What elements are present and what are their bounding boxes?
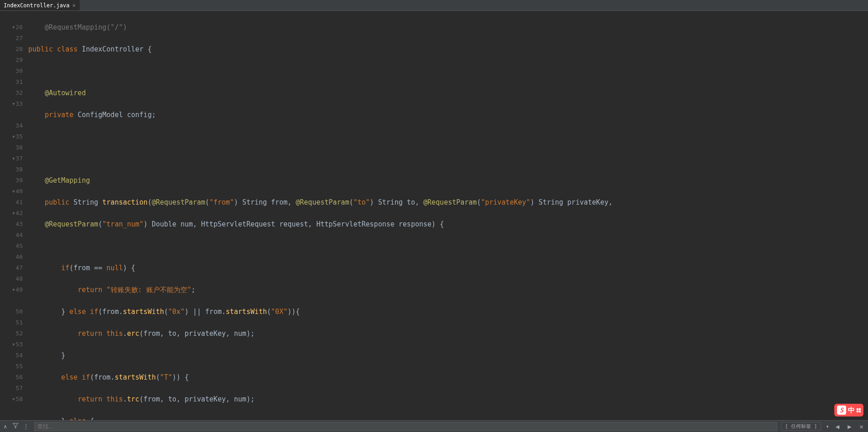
code-editor[interactable]: ▼26 27 28 29 30 31 32 ▼33 34 ▼35 36 ▼37 … xyxy=(0,11,868,420)
tab-indexcontroller[interactable]: IndexController.java × xyxy=(0,0,80,10)
code-line: public String transaction(@RequestParam(… xyxy=(28,197,868,208)
code-line: @Autowired xyxy=(28,87,868,98)
code-line: @RequestParam("tran_num") Double num, Ht… xyxy=(28,219,868,230)
ime-logo-icon: S xyxy=(837,406,846,415)
code-line: } else if(from.startsWith("0x") || from.… xyxy=(28,306,868,317)
close-icon[interactable]: ✕ xyxy=(858,423,865,430)
prev-icon[interactable]: ◀ xyxy=(834,423,841,430)
code-line: return this.erc(from, to, privateKey, nu… xyxy=(28,328,868,339)
code-line: private ConfigModel config; xyxy=(28,109,868,120)
code-line xyxy=(28,131,868,142)
ime-mode-label: 中 xyxy=(848,406,855,415)
code-line: } xyxy=(28,350,868,361)
next-icon[interactable]: ▶ xyxy=(846,423,853,430)
options-icon[interactable]: ⋮ xyxy=(23,423,29,430)
code-line xyxy=(28,66,868,77)
tab-label: IndexController.java xyxy=(4,2,70,9)
code-line: @RequestMapping("/") xyxy=(28,22,868,33)
code-line: if(from == null) { xyxy=(28,262,868,273)
code-area[interactable]: @RequestMapping("/") public class IndexC… xyxy=(26,11,868,420)
code-line: @GetMapping xyxy=(28,175,868,186)
dropdown-icon[interactable]: ▾ xyxy=(826,423,829,430)
ime-indicator[interactable]: S 中 xyxy=(834,404,863,417)
code-line: return this.trc(from, to, privateKey, nu… xyxy=(28,394,868,405)
status-bar: ∧ ⋮ [ 任何标签 ] ▾ ◀ ▶ ✕ xyxy=(0,420,868,432)
code-line: else if(from.startsWith("T")) { xyxy=(28,372,868,383)
search-input[interactable] xyxy=(34,422,777,431)
code-line xyxy=(28,153,868,164)
tag-filter[interactable]: [ 任何标签 ] xyxy=(781,422,822,431)
close-icon[interactable]: × xyxy=(72,2,76,9)
code-line xyxy=(28,241,868,252)
code-line: public class IndexController { xyxy=(28,44,868,55)
code-line: return "转账失败: 账户不能为空"; xyxy=(28,284,868,295)
ime-keyboard-icon xyxy=(857,408,861,412)
code-line: } else { xyxy=(28,416,868,420)
line-gutter: ▼26 27 28 29 30 31 32 ▼33 34 ▼35 36 ▼37 … xyxy=(0,11,26,420)
collapse-up-icon[interactable]: ∧ xyxy=(3,423,8,430)
filter-icon[interactable] xyxy=(12,422,19,430)
tab-bar: IndexController.java × xyxy=(0,0,868,11)
